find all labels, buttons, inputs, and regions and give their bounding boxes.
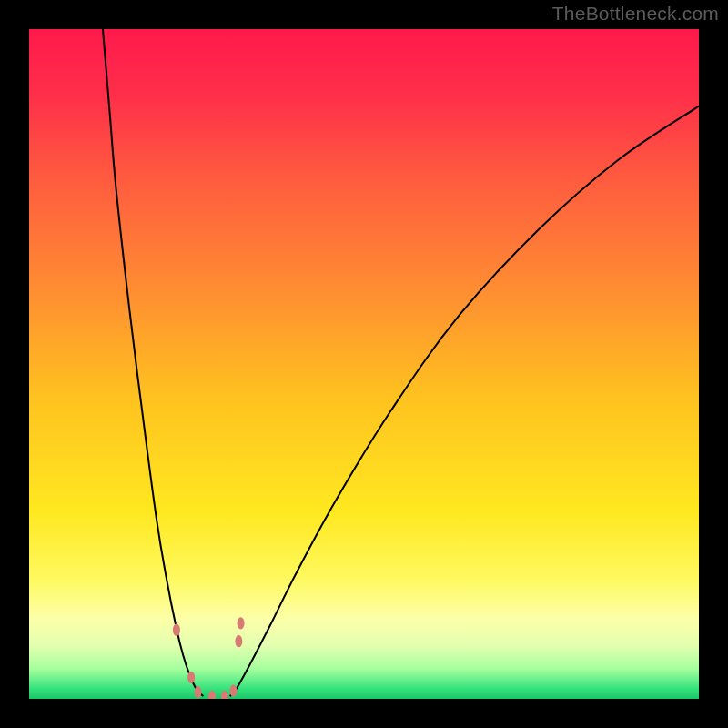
data-marker <box>173 624 180 636</box>
plot-area <box>29 29 699 699</box>
data-marker <box>238 617 245 629</box>
chart-frame: TheBottleneck.com <box>0 0 728 728</box>
data-marker <box>194 686 201 698</box>
data-marker <box>187 672 195 683</box>
data-marker <box>229 685 237 697</box>
gradient-background <box>29 29 699 699</box>
bottleneck-curve-chart <box>29 29 699 699</box>
data-marker <box>235 635 242 647</box>
watermark-text: TheBottleneck.com <box>552 3 719 25</box>
